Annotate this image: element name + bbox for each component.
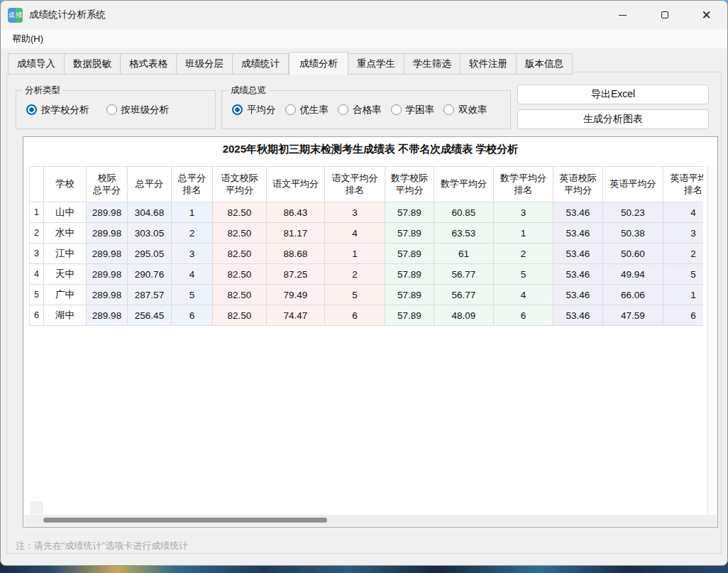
grid-cell[interactable]: 3: [325, 202, 385, 223]
grid-cell[interactable]: 5: [172, 285, 213, 305]
analysis-type-option-按学校分析[interactable]: 按学校分析: [26, 104, 89, 116]
grid-cell[interactable]: 82.50: [213, 264, 267, 285]
tab-格式表格[interactable]: 格式表格: [121, 53, 177, 75]
grid-cell[interactable]: 53.46: [553, 305, 603, 326]
tab-数据脱敏[interactable]: 数据脱敏: [65, 53, 121, 75]
column-header[interactable]: 英语校际 平均分: [553, 167, 603, 202]
radio-icon[interactable]: [443, 104, 454, 115]
grid-cell[interactable]: 60.85: [434, 202, 494, 223]
maximize-button[interactable]: [644, 1, 685, 29]
score-overview-option-优生率[interactable]: 优生率: [285, 104, 329, 116]
grid-cell[interactable]: 6: [325, 305, 385, 326]
row-number[interactable]: 6: [30, 305, 44, 326]
grid-cell[interactable]: 1: [172, 202, 213, 223]
grid-cell[interactable]: 82.50: [213, 223, 267, 244]
radio-icon[interactable]: [106, 104, 117, 115]
grid-cell[interactable]: 50.38: [603, 223, 663, 244]
column-header[interactable]: 英语平均分 排名: [663, 167, 704, 202]
score-overview-option-双效率[interactable]: 双效率: [443, 104, 487, 116]
grid-cell[interactable]: 1: [663, 285, 704, 305]
menu-item-help[interactable]: 帮助(H): [8, 31, 48, 48]
export-excel-button[interactable]: 导出Excel: [517, 84, 709, 104]
grid-cell[interactable]: 4: [325, 223, 385, 244]
score-overview-option-学困率[interactable]: 学困率: [391, 104, 435, 116]
grid-cell[interactable]: 290.76: [128, 264, 172, 285]
grid-cell[interactable]: 56.77: [434, 264, 494, 285]
grid-cell[interactable]: 61: [434, 244, 494, 264]
grid-cell[interactable]: 广中: [44, 285, 87, 305]
grid-cell[interactable]: 53.46: [553, 264, 603, 285]
grid-cell[interactable]: 5: [325, 285, 385, 305]
tab-班级分层[interactable]: 班级分层: [177, 53, 233, 75]
column-header[interactable]: 总平分: [128, 167, 172, 202]
grid-cell[interactable]: 4: [494, 285, 553, 305]
grid-cell[interactable]: 5: [663, 264, 704, 285]
column-header[interactable]: 学校: [44, 167, 87, 202]
column-header[interactable]: 数学平均分: [434, 167, 494, 202]
grid-cell[interactable]: 66.06: [603, 285, 663, 305]
minimize-button[interactable]: [602, 1, 644, 29]
grid-cell[interactable]: 57.89: [385, 223, 434, 244]
tab-学生筛选[interactable]: 学生筛选: [404, 53, 460, 75]
radio-icon[interactable]: [232, 104, 243, 115]
grid-cell[interactable]: 50.60: [603, 244, 663, 264]
grid-cell[interactable]: 49.94: [603, 264, 663, 285]
grid-cell[interactable]: 57.89: [385, 285, 434, 305]
grid-cell[interactable]: 2: [663, 244, 704, 264]
grid-cell[interactable]: 289.98: [87, 202, 128, 223]
grid-cell[interactable]: 2: [325, 264, 385, 285]
grid-cell[interactable]: 79.49: [267, 285, 325, 305]
grid-cell[interactable]: 48.09: [434, 305, 494, 326]
column-header[interactable]: 总平分 排名: [172, 167, 213, 202]
grid-cell[interactable]: 63.53: [434, 223, 494, 244]
grid-cell[interactable]: 1: [325, 244, 385, 264]
tab-成绩分析[interactable]: 成绩分析: [289, 52, 348, 75]
grid-cell[interactable]: 56.77: [434, 285, 494, 305]
grid-cell[interactable]: 3: [494, 202, 553, 223]
column-header[interactable]: 数学平均分 排名: [494, 167, 553, 202]
grid-cell[interactable]: 304.68: [128, 202, 172, 223]
column-header[interactable]: [30, 167, 44, 202]
grid-cell[interactable]: 3: [663, 223, 704, 244]
grid-cell[interactable]: 82.50: [213, 305, 267, 326]
grid-cell[interactable]: 53.46: [553, 244, 603, 264]
close-button[interactable]: ✕: [685, 1, 727, 29]
grid-cell[interactable]: 53.46: [553, 202, 603, 223]
grid-cell[interactable]: 山中: [44, 202, 87, 223]
grid-cell[interactable]: 6: [663, 305, 704, 326]
radio-icon[interactable]: [391, 104, 402, 115]
grid-cell[interactable]: 295.05: [128, 244, 172, 264]
grid-cell[interactable]: 289.98: [87, 305, 128, 326]
grid-cell[interactable]: 水中: [44, 223, 87, 244]
generate-chart-button[interactable]: 生成分析图表: [517, 109, 709, 129]
grid-cell[interactable]: 57.89: [385, 264, 434, 285]
radio-icon[interactable]: [26, 104, 37, 115]
row-number[interactable]: 2: [30, 223, 44, 244]
tab-成绩导入[interactable]: 成绩导入: [8, 53, 65, 75]
grid-cell[interactable]: 天中: [44, 264, 87, 285]
grid-cell[interactable]: 82.50: [213, 202, 267, 223]
radio-icon[interactable]: [338, 104, 348, 115]
grid-cell[interactable]: 88.68: [267, 244, 325, 264]
grid-cell[interactable]: 82.50: [213, 285, 267, 305]
grid-cell[interactable]: 86.43: [267, 202, 325, 223]
grid-cell[interactable]: 289.98: [87, 244, 128, 264]
grid-cell[interactable]: 6: [172, 305, 213, 326]
grid-cell[interactable]: 57.89: [385, 202, 434, 223]
analysis-type-option-按班级分析[interactable]: 按班级分析: [106, 104, 170, 116]
grid-cell[interactable]: 50.23: [603, 202, 663, 223]
grid-cell[interactable]: 303.05: [128, 223, 172, 244]
grid-cell[interactable]: 2: [172, 223, 213, 244]
grid-cell[interactable]: 1: [494, 223, 553, 244]
grid-cell[interactable]: 47.59: [603, 305, 663, 326]
column-header[interactable]: 语文平均分: [267, 167, 325, 202]
grid-cell[interactable]: 57.89: [385, 305, 434, 326]
grid-cell[interactable]: 5: [494, 264, 553, 285]
grid-cell[interactable]: 江中: [44, 244, 87, 264]
row-number[interactable]: 4: [30, 264, 44, 285]
grid-cell[interactable]: 256.45: [128, 305, 172, 326]
column-header[interactable]: 语文平均分 排名: [325, 167, 385, 202]
radio-icon[interactable]: [285, 104, 296, 115]
grid-cell[interactable]: 287.57: [128, 285, 172, 305]
row-number[interactable]: 3: [30, 244, 44, 264]
